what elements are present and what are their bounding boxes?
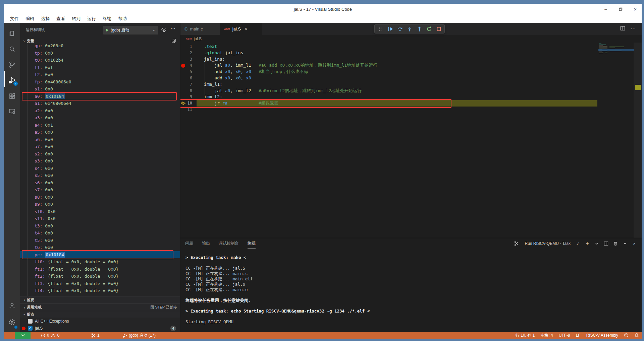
- variable-row-ft0[interactable]: ft0: {float = 0x0, double = 0x0}: [20, 258, 180, 266]
- breakpoint-item-jal.S[interactable]: ✓jal.S4: [20, 325, 180, 332]
- restore-icon[interactable]: [618, 6, 624, 12]
- debug-session-status[interactable]: (gdb) 启动 (17): [122, 332, 156, 339]
- panel-tab-调试控制台[interactable]: 调试控制台: [219, 238, 239, 249]
- cursor-position[interactable]: 行 10, 列 1: [516, 333, 535, 338]
- scrollbar[interactable]: [634, 43, 642, 238]
- continue-button[interactable]: [387, 25, 393, 32]
- code-editor[interactable]: 1.text2.global jal_ins3jal_ins:4 jal a0,…: [180, 43, 642, 238]
- close-tab-icon[interactable]: ×: [245, 26, 247, 31]
- variable-row-a1[interactable]: a1: 0x408006e4: [20, 100, 180, 107]
- variable-row-s2[interactable]: s2: 0x0: [20, 150, 180, 158]
- breadcrumb[interactable]: ASM jal.S: [180, 35, 642, 43]
- variable-row-s4[interactable]: s4: 0x0: [20, 165, 180, 172]
- step-over-button[interactable]: [396, 25, 403, 32]
- split-editor-icon[interactable]: [620, 26, 625, 32]
- step-out-button[interactable]: [416, 25, 423, 32]
- variable-row-a7[interactable]: a7: 0x0: [20, 143, 180, 150]
- explorer-icon[interactable]: [4, 26, 20, 41]
- variable-row-t1[interactable]: t1: 0xf: [20, 64, 180, 71]
- tasks-status[interactable]: 1: [91, 332, 100, 339]
- breakpoint-checkbox[interactable]: ✓: [28, 326, 33, 331]
- variable-row-s6[interactable]: s6: 0x0: [20, 179, 180, 187]
- tab-jal-s[interactable]: ASM jal.S ×: [220, 23, 262, 35]
- variable-row-t0[interactable]: t0: 0x102b4: [20, 57, 180, 64]
- menu-item-转到[interactable]: 转到: [68, 15, 84, 23]
- remote-explorer-icon[interactable]: [4, 104, 20, 119]
- breakpoint-checkbox[interactable]: [28, 319, 33, 324]
- code-line-2[interactable]: 2.global jal_ins: [180, 50, 642, 56]
- panel-tab-终端[interactable]: 终端: [248, 238, 256, 249]
- more-actions-icon[interactable]: ⋯: [170, 25, 175, 31]
- launch-config-dropdown[interactable]: (gdb) 启动 ›: [103, 26, 158, 35]
- variable-row-pc[interactable]: pc: 0x10184: [20, 251, 180, 259]
- terminal-output[interactable]: > Executing task: make < CC -[M] 正在构建...…: [185, 255, 632, 325]
- menu-item-帮助[interactable]: 帮助: [115, 15, 130, 23]
- menu-item-终端[interactable]: 终端: [99, 15, 115, 23]
- problems-status[interactable]: 0 0: [41, 332, 59, 339]
- maximize-panel-chevron-icon[interactable]: [622, 241, 628, 246]
- variable-row-ft1[interactable]: ft1: {float = 0x0, double = 0x0}: [20, 266, 180, 273]
- variable-row-a6[interactable]: a6: 0x0: [20, 136, 180, 143]
- variables-section-header[interactable]: › 变量: [20, 38, 180, 44]
- kill-terminal-trash-icon[interactable]: [613, 241, 618, 246]
- indentation[interactable]: 空格: 4: [540, 333, 553, 338]
- code-line-5[interactable]: 5 add x0, x0, x0#相当于nop，什么也不做: [180, 69, 642, 75]
- close-panel-icon[interactable]: ×: [632, 241, 637, 246]
- menu-item-运行[interactable]: 运行: [84, 15, 99, 23]
- code-line-10[interactable]: 10 jr ra#函数返回: [180, 100, 642, 107]
- panel-tab-输出[interactable]: 输出: [202, 238, 210, 249]
- code-line-1[interactable]: 1.text: [180, 44, 642, 50]
- variable-row-a5[interactable]: a5: 0x0: [20, 129, 180, 136]
- menu-item-编辑[interactable]: 编辑: [22, 15, 38, 23]
- variable-row-s10[interactable]: s10: 0x0: [20, 208, 180, 215]
- eol-sequence[interactable]: LF: [576, 333, 581, 338]
- notifications-bell-icon[interactable]: [634, 333, 639, 338]
- step-into-button[interactable]: [406, 25, 413, 32]
- menu-item-文件[interactable]: 文件: [7, 15, 22, 23]
- code-line-4[interactable]: 4 jal a0, imm_l1#a0=add x0,x0,x0的地址，跳转到i…: [180, 62, 642, 69]
- menu-item-选择[interactable]: 选择: [38, 15, 53, 23]
- variable-row-s5[interactable]: s5: 0x0: [20, 172, 180, 179]
- close-icon[interactable]: ×: [632, 6, 638, 12]
- minimize-icon[interactable]: −: [603, 6, 609, 12]
- variable-row-ft2[interactable]: ft2: {float = 0x0, double = 0x0}: [20, 273, 180, 280]
- collapse-all-icon[interactable]: [171, 39, 176, 44]
- variable-row-s9[interactable]: s9: 0x0: [20, 201, 180, 208]
- code-line-6[interactable]: 6 add x0, x0, x0: [180, 75, 642, 81]
- code-line-9[interactable]: 9imm_l2:: [180, 94, 642, 100]
- code-line-3[interactable]: 3jal_ins:: [180, 56, 642, 63]
- watch-section-header[interactable]: › 监视: [20, 296, 180, 303]
- restart-button[interactable]: [426, 25, 432, 32]
- breakpoints-section-header[interactable]: › 断点: [20, 311, 180, 318]
- code-line-7[interactable]: 7imm_l1:: [180, 81, 642, 88]
- variable-row-s7[interactable]: s7: 0x0: [20, 186, 180, 194]
- more-actions-icon[interactable]: ⋯: [631, 26, 636, 32]
- run-and-debug-icon[interactable]: 1: [4, 73, 20, 88]
- split-terminal-icon[interactable]: [603, 241, 609, 246]
- feedback-smiley-icon[interactable]: [624, 333, 629, 338]
- variable-row-t5[interactable]: t5: 0x0: [20, 237, 180, 244]
- variables-list[interactable]: gp: 0x208c0tp: 0x0t0: 0x102b4t1: 0xft2: …: [20, 44, 180, 296]
- settings-gear-icon[interactable]: [4, 315, 20, 330]
- variable-row-s11[interactable]: s11: 0x0: [20, 215, 180, 222]
- debug-settings-gear-icon[interactable]: [161, 27, 166, 33]
- terminal-dropdown-chevron-icon[interactable]: [594, 241, 599, 246]
- variable-row-t3[interactable]: t3: 0x0: [20, 222, 180, 230]
- remote-indicator[interactable]: ><: [15, 332, 31, 339]
- variable-row-t2[interactable]: t2: 0x0: [20, 71, 180, 78]
- variable-row-a3[interactable]: a3: 0x0: [20, 114, 180, 122]
- panel-tab-问题[interactable]: 问题: [185, 238, 193, 249]
- code-line-11[interactable]: 11: [180, 107, 642, 113]
- menu-item-查看[interactable]: 查看: [53, 15, 68, 23]
- new-terminal-icon[interactable]: +: [585, 241, 590, 246]
- minimap[interactable]: [598, 43, 634, 83]
- search-icon[interactable]: [4, 42, 20, 57]
- tab-main-c[interactable]: C main.c: [180, 23, 220, 35]
- source-control-icon[interactable]: [4, 57, 20, 72]
- variable-row-fp[interactable]: fp: 0x408006e0: [20, 78, 180, 86]
- variable-row-s1[interactable]: s1: 0x0: [20, 85, 180, 93]
- variable-row-ft4[interactable]: ft4: {float = 0x0, double = 0x0}: [20, 287, 180, 294]
- variable-row-s8[interactable]: s8: 0x0: [20, 194, 180, 201]
- variable-row-ft3[interactable]: ft3: {float = 0x0, double = 0x0}: [20, 280, 180, 287]
- variable-row-t4[interactable]: t4: 0x0: [20, 229, 180, 237]
